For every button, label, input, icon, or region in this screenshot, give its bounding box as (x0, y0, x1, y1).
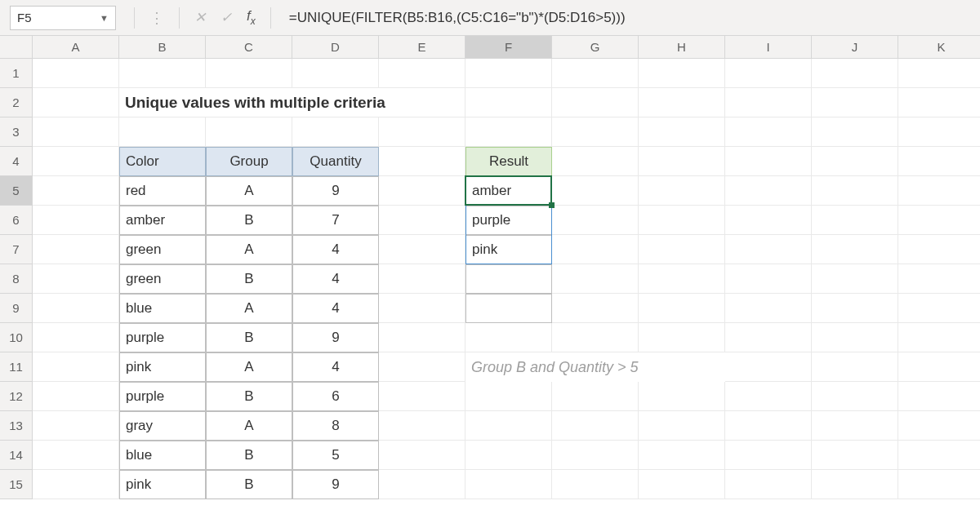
table-cell[interactable]: 9 (292, 470, 379, 499)
col-header[interactable]: A (33, 36, 119, 58)
row-header[interactable]: 14 (0, 441, 33, 470)
select-all-corner[interactable] (0, 36, 33, 58)
table-cell[interactable]: A (206, 352, 292, 382)
table-cell[interactable]: 4 (292, 294, 379, 323)
row-header[interactable]: 2 (0, 88, 33, 117)
col-header[interactable]: I (725, 36, 812, 58)
table-cell[interactable]: A (206, 235, 292, 264)
col-header[interactable]: C (206, 36, 292, 58)
result-header: Result (466, 147, 552, 176)
table-cell[interactable]: B (206, 441, 292, 470)
row-header[interactable]: 1 (0, 59, 33, 88)
name-box-value: F5 (17, 11, 100, 24)
caption-text: Group B and Quantity > 5 (466, 352, 725, 382)
table-cell[interactable]: 4 (292, 352, 379, 382)
table-cell[interactable]: amber (119, 206, 206, 235)
col-header[interactable]: K (898, 36, 980, 58)
table-cell[interactable]: 4 (292, 264, 379, 294)
table-cell[interactable]: 9 (292, 323, 379, 352)
column-headers: A B C D E F G H I J K (0, 36, 980, 59)
formula-input[interactable]: =UNIQUE(FILTER(B5:B16,(C5:C16="b")*(D5:D… (289, 10, 970, 26)
result-cell[interactable] (466, 294, 552, 323)
row-header[interactable]: 6 (0, 206, 33, 235)
table-cell[interactable]: B (206, 206, 292, 235)
name-box[interactable]: F5 ▼ (10, 6, 116, 30)
table-cell[interactable]: B (206, 470, 292, 499)
row-header[interactable]: 12 (0, 382, 33, 411)
row-header[interactable]: 4 (0, 147, 33, 176)
spreadsheet-grid[interactable]: 1 2 Unique values with multiple criteria… (0, 59, 980, 499)
row-header[interactable]: 13 (0, 411, 33, 441)
result-cell[interactable]: amber (466, 176, 552, 206)
more-icon: ⋮ (149, 11, 164, 25)
cell[interactable] (33, 59, 119, 88)
col-header[interactable]: J (812, 36, 898, 58)
table-cell[interactable]: gray (119, 411, 206, 441)
table-cell[interactable]: 6 (292, 382, 379, 411)
table-cell[interactable]: 7 (292, 206, 379, 235)
row-header[interactable]: 10 (0, 323, 33, 352)
table-cell[interactable]: 4 (292, 235, 379, 264)
table-header-qty: Quantity (292, 147, 379, 176)
result-cell[interactable] (466, 264, 552, 294)
table-cell[interactable]: B (206, 382, 292, 411)
table-header-group: Group (206, 147, 292, 176)
row-header[interactable]: 5 (0, 176, 33, 206)
cancel-icon[interactable]: ✕ (194, 9, 206, 26)
table-cell[interactable]: A (206, 176, 292, 206)
table-cell[interactable]: blue (119, 441, 206, 470)
table-cell[interactable]: red (119, 176, 206, 206)
table-cell[interactable]: A (206, 411, 292, 441)
fx-icon[interactable] (247, 8, 256, 26)
chevron-down-icon[interactable]: ▼ (100, 13, 109, 23)
row-header[interactable]: 15 (0, 470, 33, 499)
table-cell[interactable]: B (206, 264, 292, 294)
result-cell[interactable]: purple (466, 206, 552, 235)
result-cell[interactable]: pink (466, 235, 552, 264)
table-cell[interactable]: 8 (292, 411, 379, 441)
row-header[interactable]: 9 (0, 294, 33, 323)
col-header[interactable]: G (552, 36, 639, 58)
table-cell[interactable]: 9 (292, 176, 379, 206)
col-header[interactable]: B (119, 36, 206, 58)
table-cell[interactable]: pink (119, 352, 206, 382)
formula-bar: F5 ▼ ⋮ ✕ ✓ =UNIQUE(FILTER(B5:B16,(C5:C16… (0, 0, 980, 36)
col-header[interactable]: F (466, 36, 552, 58)
table-cell[interactable]: green (119, 264, 206, 294)
col-header[interactable]: D (292, 36, 379, 58)
col-header[interactable]: E (379, 36, 466, 58)
row-header[interactable]: 8 (0, 264, 33, 294)
table-cell[interactable]: A (206, 294, 292, 323)
row-header[interactable]: 3 (0, 117, 33, 147)
row-header[interactable]: 7 (0, 235, 33, 264)
table-cell[interactable]: blue (119, 294, 206, 323)
table-header-color: Color (119, 147, 206, 176)
table-cell[interactable]: B (206, 323, 292, 352)
confirm-icon[interactable]: ✓ (220, 9, 232, 26)
table-cell[interactable]: pink (119, 470, 206, 499)
page-title: Unique values with multiple criteria (119, 88, 466, 117)
col-header[interactable]: H (639, 36, 725, 58)
table-cell[interactable]: 5 (292, 441, 379, 470)
row-header[interactable]: 11 (0, 352, 33, 382)
table-cell[interactable]: purple (119, 382, 206, 411)
table-cell[interactable]: purple (119, 323, 206, 352)
formula-controls: ⋮ ✕ ✓ (126, 7, 279, 29)
table-cell[interactable]: green (119, 235, 206, 264)
